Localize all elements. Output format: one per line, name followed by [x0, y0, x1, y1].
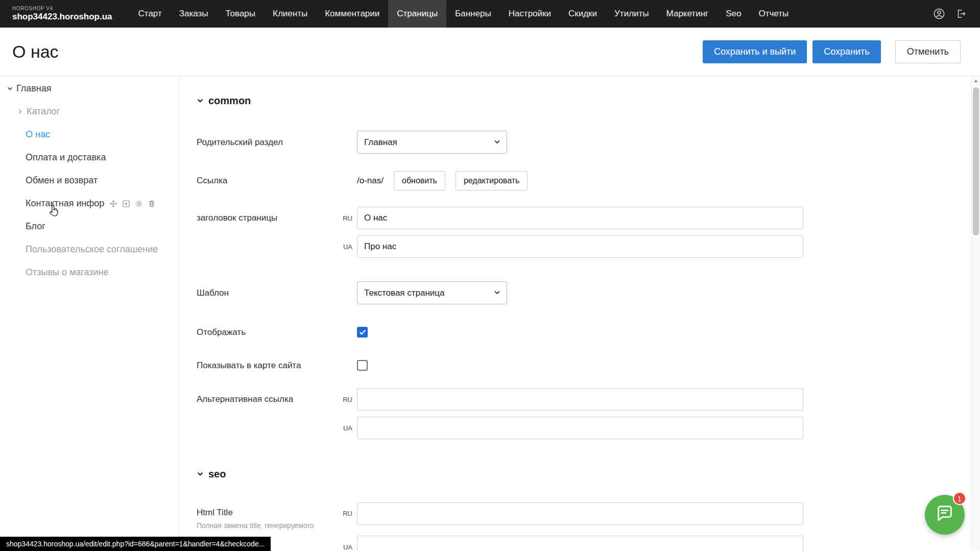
chevron-down-icon	[4, 85, 15, 92]
nav-utilities[interactable]: Утилиты	[606, 0, 658, 28]
template-label: Шаблон	[197, 288, 331, 298]
page-edit-form: common Родительский раздел Главная Ссылк…	[179, 76, 980, 551]
chevron-down-icon	[494, 137, 500, 148]
topbar: HOROSHOP V4 shop34423.horoshop.ua Старт …	[0, 0, 980, 28]
cancel-button[interactable]: Отменить	[895, 40, 961, 63]
edit-link-button[interactable]: редактировать	[456, 171, 528, 190]
display-checkbox[interactable]	[357, 327, 368, 338]
sidebar-item-obmen[interactable]: Обмен и возврат	[0, 169, 179, 192]
alt-link-ru-input[interactable]	[357, 388, 803, 411]
nav-comments[interactable]: Комментарии	[316, 0, 388, 28]
lang-ua-badge: UA	[331, 243, 357, 251]
alt-link-label: Альтернативная ссылка	[197, 394, 331, 404]
template-row: Шаблон Текстовая страница	[197, 281, 980, 304]
top-nav: Старт Заказы Товары Клиенты Комментарии …	[130, 0, 798, 28]
scroll-up-arrow[interactable]: ▲	[972, 76, 980, 85]
nav-reports[interactable]: Отчеты	[750, 0, 797, 28]
scrollbar-thumb[interactable]	[973, 87, 979, 235]
brand[interactable]: HOROSHOP V4 shop34423.horoshop.ua	[0, 6, 130, 21]
sitemap-label: Показывать в карте сайта	[197, 361, 331, 371]
content: Главная Каталог О нас Оплата и доставка …	[0, 76, 980, 551]
nav-settings[interactable]: Настройки	[500, 0, 560, 28]
link-path: /o-nas/	[357, 176, 384, 186]
sidebar-item-katalog[interactable]: Каталог	[0, 100, 179, 123]
page-title: О нас	[12, 42, 59, 62]
sidebar-item-label: Обмен и возврат	[26, 175, 98, 186]
nav-discounts[interactable]: Скидки	[560, 0, 606, 28]
sitemap-checkbox[interactable]	[357, 360, 368, 371]
pages-tree-sidebar: Главная Каталог О нас Оплата и доставка …	[0, 76, 179, 551]
sidebar-item-kontaktnaya[interactable]: Контактная инфор	[0, 192, 179, 215]
vertical-scrollbar[interactable]: ▲	[971, 76, 980, 551]
sidebar-item-otzyvy[interactable]: Отзывы о магазине	[0, 261, 179, 284]
section-seo-title: seo	[208, 468, 226, 480]
lang-ru-badge: RU	[331, 214, 357, 222]
link-label: Ссылка	[197, 176, 331, 186]
sidebar-item-label: Отзывы о магазине	[26, 267, 109, 278]
nav-marketing[interactable]: Маркетинг	[658, 0, 718, 28]
html-title-ru-input[interactable]	[357, 502, 803, 525]
parent-section-label: Родительский раздел	[197, 137, 331, 148]
header-actions: Сохранить и выйти Сохранить Отменить	[703, 40, 961, 63]
section-common-toggle[interactable]: common	[197, 94, 980, 107]
display-label: Отображать	[197, 327, 331, 338]
account-icon[interactable]	[933, 8, 945, 20]
page-header: О нас Сохранить и выйти Сохранить Отмени…	[0, 28, 980, 76]
section-seo-toggle[interactable]: seo	[197, 468, 980, 480]
chevron-down-icon	[494, 288, 500, 298]
update-link-button[interactable]: обновить	[394, 171, 445, 190]
template-select[interactable]: Текстовая страница	[357, 281, 507, 304]
lang-ru-badge: RU	[331, 510, 357, 517]
nav-seo[interactable]: Seo	[717, 0, 750, 28]
logout-icon[interactable]	[955, 8, 967, 19]
sidebar-item-soglashenie[interactable]: Пользовательское соглашение	[0, 238, 179, 261]
nav-products[interactable]: Товары	[217, 0, 264, 28]
brand-version: HOROSHOP V4	[12, 6, 112, 12]
html-title-hint: Полная замена title, генерируемого	[197, 521, 331, 530]
chevron-right-icon	[14, 108, 26, 115]
nav-clients[interactable]: Клиенты	[264, 0, 316, 28]
sidebar-item-label: Каталог	[27, 106, 60, 117]
nav-orders[interactable]: Заказы	[171, 0, 217, 28]
html-title-ua-input[interactable]	[357, 536, 803, 551]
nav-start[interactable]: Старт	[130, 0, 171, 28]
link-row: Ссылка /o-nas/ обновить редактировать	[197, 171, 980, 190]
brand-domain: shop34423.horoshop.ua	[12, 12, 112, 22]
chat-icon	[935, 504, 954, 525]
add-icon[interactable]	[122, 200, 130, 208]
save-button[interactable]: Сохранить	[812, 40, 880, 63]
chat-unread-badge: 1	[953, 492, 966, 505]
html-title-ua-row: UA	[197, 536, 980, 551]
nav-banners[interactable]: Баннеры	[446, 0, 500, 28]
chat-widget-button[interactable]: 1	[925, 495, 965, 535]
page-title-label: заголовок страницы	[197, 213, 331, 223]
chevron-down-icon	[197, 95, 204, 107]
delete-icon[interactable]	[148, 200, 156, 208]
page-title-ua-input[interactable]	[357, 235, 803, 258]
sidebar-item-glavnaya[interactable]: Главная	[0, 77, 179, 100]
template-value: Текстовая страница	[364, 288, 445, 298]
alt-link-ru-row: Альтернативная ссылка RU	[197, 388, 980, 411]
alt-link-ua-input[interactable]	[357, 417, 803, 439]
sitemap-row: Показывать в карте сайта	[197, 360, 980, 371]
display-row: Отображать	[197, 327, 980, 338]
sidebar-item-label: Пользовательское соглашение	[26, 244, 158, 255]
nav-pages[interactable]: Страницы	[388, 0, 446, 28]
alt-link-ua-row: UA	[197, 417, 980, 439]
sidebar-item-oplata[interactable]: Оплата и доставка	[0, 146, 179, 169]
save-and-exit-button[interactable]: Сохранить и выйти	[703, 40, 807, 63]
sidebar-item-label: Блог	[26, 221, 45, 232]
sidebar-item-label: Контактная инфор	[26, 198, 104, 209]
status-url: shop34423.horoshop.ua/edit/edit.php?id=6…	[0, 537, 271, 551]
lang-ua-badge: UA	[331, 424, 357, 432]
lang-ua-badge: UA	[331, 543, 357, 551]
settings-icon[interactable]	[135, 200, 143, 208]
sidebar-item-blog[interactable]: Блог	[0, 215, 179, 238]
sidebar-item-o-nas[interactable]: О нас	[0, 123, 179, 146]
chevron-down-icon	[197, 468, 204, 480]
parent-section-select[interactable]: Главная	[357, 131, 507, 154]
html-title-label: Html Title	[197, 508, 331, 518]
page-title-ru-input[interactable]	[357, 207, 803, 229]
section-common-title: common	[208, 95, 251, 107]
move-icon[interactable]	[109, 200, 117, 208]
